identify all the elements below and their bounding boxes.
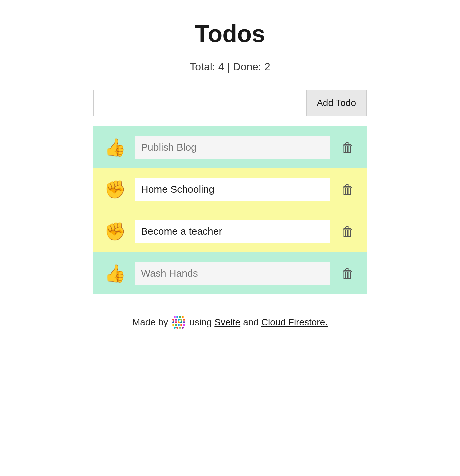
svg-point-16 — [178, 324, 180, 326]
svg-point-10 — [175, 321, 177, 323]
todo-text-input[interactable] — [135, 136, 330, 159]
footer-and-text: and — [243, 317, 259, 328]
todo-text-input[interactable] — [135, 262, 330, 285]
svg-point-8 — [183, 319, 185, 321]
svg-point-12 — [180, 321, 182, 323]
footer-text-middle: using — [189, 317, 212, 328]
svg-point-7 — [180, 319, 182, 321]
svg-point-4 — [172, 319, 174, 321]
firestore-link[interactable]: Cloud Firestore. — [261, 317, 328, 328]
svg-point-19 — [174, 327, 176, 329]
svelte-link[interactable]: Svelte — [214, 317, 240, 328]
footer-text-before: Made by — [132, 317, 168, 328]
add-todo-row: Add Todo — [93, 90, 367, 116]
todo-item: 👍 🗑 — [93, 126, 367, 168]
svg-point-20 — [176, 327, 178, 329]
footer: Made by — [132, 314, 328, 330]
svg-point-22 — [182, 327, 184, 329]
todo-delete-button[interactable]: 🗑 — [338, 140, 357, 155]
todo-toggle-button[interactable]: ✊ — [103, 221, 127, 242]
todo-item: ✊ 🗑 — [93, 168, 367, 210]
todo-toggle-button[interactable]: ✊ — [103, 179, 127, 200]
todo-text-input[interactable] — [135, 178, 330, 201]
svg-point-17 — [180, 324, 182, 326]
svg-point-3 — [182, 316, 184, 318]
svg-point-0 — [174, 316, 176, 318]
svg-point-18 — [183, 324, 185, 326]
svg-point-15 — [175, 324, 177, 326]
add-todo-input[interactable] — [93, 90, 306, 116]
svg-point-5 — [175, 319, 177, 321]
todo-item: 👍 🗑 — [93, 252, 367, 294]
todo-item: ✊ 🗑 — [93, 210, 367, 252]
todo-toggle-button[interactable]: 👍 — [103, 137, 127, 158]
svg-point-6 — [178, 319, 180, 321]
todo-delete-button[interactable]: 🗑 — [338, 224, 357, 239]
todo-toggle-button[interactable]: 👍 — [103, 263, 127, 284]
svg-point-2 — [179, 316, 181, 318]
svg-point-21 — [179, 327, 181, 329]
stats-label: Total: 4 | Done: 2 — [190, 61, 270, 73]
page-title: Todos — [195, 20, 265, 47]
svg-point-1 — [176, 316, 178, 318]
svg-point-9 — [172, 321, 174, 323]
todo-delete-button[interactable]: 🗑 — [338, 182, 357, 197]
svg-point-13 — [183, 321, 185, 323]
add-todo-button[interactable]: Add Todo — [306, 90, 367, 116]
colorful-dots-icon — [171, 314, 187, 330]
todo-list: 👍 🗑 ✊ 🗑 ✊ 🗑 👍 🗑 — [93, 126, 367, 294]
svg-point-11 — [178, 321, 180, 323]
todo-text-input[interactable] — [135, 220, 330, 243]
todo-delete-button[interactable]: 🗑 — [338, 266, 357, 281]
svg-point-14 — [172, 324, 174, 326]
